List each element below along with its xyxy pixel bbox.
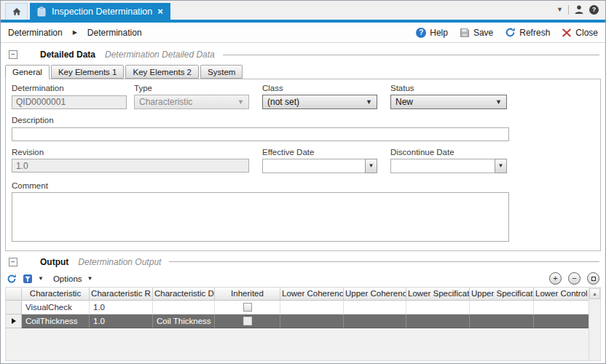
section-title: Detailed Data: [40, 50, 95, 60]
status-dropdown[interactable]: New ▼: [390, 95, 507, 109]
section-rule: [223, 55, 599, 55]
inherited-checkbox[interactable]: [243, 303, 252, 312]
help-button[interactable]: ? Help: [416, 28, 448, 38]
discontinue-date-picker[interactable]: ▼: [390, 159, 507, 173]
tab-close-icon[interactable]: ×: [157, 7, 163, 16]
row-header-cell[interactable]: [6, 314, 22, 328]
date-dropdown-icon[interactable]: ▼: [365, 159, 377, 173]
cell-upper-specification[interactable]: [470, 301, 534, 314]
remove-row-button[interactable]: −: [568, 272, 581, 285]
grid-refresh-icon[interactable]: [7, 274, 17, 284]
revision-label: Revision: [12, 148, 249, 157]
scroll-up-icon[interactable]: ▲: [589, 288, 600, 299]
table-row-selected[interactable]: CoilThickness 1.0 Coil Thickness: [6, 314, 589, 328]
cell-lower-control-limit[interactable]: [534, 314, 589, 328]
options-menu[interactable]: Options: [53, 274, 82, 283]
col-header-upper-coherence[interactable]: Upper Coherenc: [344, 288, 406, 301]
close-label: Close: [575, 28, 598, 38]
col-header-upper-specification[interactable]: Upper Specificat: [470, 288, 534, 301]
cell-inherited[interactable]: [215, 314, 280, 328]
revision-field[interactable]: [12, 159, 249, 173]
date-dropdown-icon[interactable]: ▼: [495, 159, 507, 173]
cell-characteristic-r[interactable]: 1.0: [90, 314, 153, 328]
inherited-checkbox[interactable]: [243, 317, 252, 325]
col-header-lower-specification[interactable]: Lower Specificat: [406, 288, 470, 301]
collapse-icon[interactable]: −: [9, 50, 17, 59]
breadcrumb: Determination ▶ Determination: [8, 28, 142, 38]
close-x-icon: [562, 28, 572, 38]
home-tab[interactable]: [5, 3, 28, 20]
tab-label: Inspection Determination: [52, 7, 152, 17]
cell-characteristic-d[interactable]: [153, 301, 215, 314]
breadcrumb-item[interactable]: Determination: [8, 28, 63, 38]
col-header-characteristic[interactable]: Characteristic: [22, 288, 90, 301]
cell-characteristic-d[interactable]: Coil Thickness: [153, 314, 215, 328]
row-header-cell[interactable]: [6, 301, 22, 314]
save-icon: [460, 28, 470, 38]
breadcrumb-item[interactable]: Determination: [87, 28, 142, 38]
options-dropdown-icon[interactable]: ▼: [87, 275, 93, 282]
col-header-lower-control-limit[interactable]: Lower Control Li: [534, 288, 589, 301]
help-label: Help: [430, 28, 448, 38]
determination-field[interactable]: [12, 95, 127, 109]
add-row-button[interactable]: +: [549, 272, 562, 285]
cell-characteristic-r[interactable]: 1.0: [90, 301, 153, 314]
description-label: Description: [12, 116, 509, 124]
refresh-icon: [505, 27, 516, 38]
tab-list-dropdown-icon[interactable]: ▼: [556, 6, 563, 13]
description-field[interactable]: [12, 127, 509, 141]
tab-general[interactable]: General: [5, 65, 50, 79]
col-header-characteristic-r[interactable]: Characteristic R: [90, 288, 153, 301]
home-icon: [12, 7, 22, 17]
square-icon: [591, 277, 596, 281]
refresh-label: Refresh: [519, 28, 550, 38]
section-subtitle: Determination Output: [78, 257, 161, 267]
filter-icon[interactable]: [23, 274, 33, 284]
document-tabbar: Inspection Determination × ▼ ?: [1, 1, 605, 20]
col-header-inherited[interactable]: Inherited: [215, 288, 280, 301]
table-row[interactable]: VisualCheck 1.0: [6, 301, 589, 314]
tab-key-elements-2[interactable]: Key Elements 2: [125, 65, 199, 79]
chevron-down-icon: ▼: [237, 98, 244, 106]
discontinue-date-field[interactable]: [390, 159, 495, 173]
comment-field[interactable]: [12, 192, 509, 242]
close-button[interactable]: Close: [562, 28, 598, 38]
col-header-characteristic-d[interactable]: Characteristic D: [153, 288, 215, 301]
user-icon[interactable]: [574, 4, 584, 15]
cell-lower-control-limit[interactable]: [534, 301, 589, 314]
chevron-down-icon: ▼: [366, 98, 372, 106]
filter-dropdown-icon[interactable]: ▼: [38, 275, 44, 282]
vertical-scrollbar[interactable]: ▲: [589, 287, 601, 362]
tab-key-elements-1[interactable]: Key Elements 1: [51, 65, 125, 79]
cell-lower-specification[interactable]: [406, 314, 470, 328]
grid-empty-area: [6, 328, 589, 361]
help-icon[interactable]: ?: [589, 5, 599, 15]
class-dropdown[interactable]: (not set) ▼: [262, 95, 377, 109]
tab-system[interactable]: System: [200, 65, 243, 79]
type-dropdown[interactable]: Characteristic ▼: [134, 95, 249, 109]
cell-characteristic[interactable]: VisualCheck: [22, 301, 90, 314]
cell-lower-specification[interactable]: [406, 301, 470, 314]
titlebar-controls: ▼ ?: [556, 4, 599, 15]
cell-upper-coherence[interactable]: [344, 301, 406, 314]
chevron-down-icon: ▼: [495, 98, 502, 106]
output-section-header: − Output Determination Output: [5, 256, 601, 269]
status-label: Status: [390, 84, 507, 92]
help-circle-icon: ?: [416, 28, 426, 38]
cell-lower-coherence[interactable]: [280, 301, 344, 314]
cell-characteristic[interactable]: CoilThickness: [22, 314, 90, 328]
comment-label: Comment: [12, 181, 509, 190]
cell-upper-specification[interactable]: [470, 314, 534, 328]
detail-view-button[interactable]: [587, 272, 599, 285]
effective-date-field[interactable]: [262, 159, 365, 173]
effective-date-picker[interactable]: ▼: [262, 159, 377, 173]
save-button[interactable]: Save: [460, 28, 493, 38]
col-header-lower-coherence[interactable]: Lower Coherenc: [280, 288, 344, 301]
output-toolbar: ▼ Options ▼ + −: [5, 271, 601, 287]
collapse-icon[interactable]: −: [9, 258, 17, 266]
cell-lower-coherence[interactable]: [280, 314, 344, 328]
cell-inherited[interactable]: [215, 301, 280, 314]
refresh-button[interactable]: Refresh: [505, 27, 550, 38]
cell-upper-coherence[interactable]: [344, 314, 406, 328]
tab-inspection-determination[interactable]: Inspection Determination ×: [30, 3, 170, 20]
